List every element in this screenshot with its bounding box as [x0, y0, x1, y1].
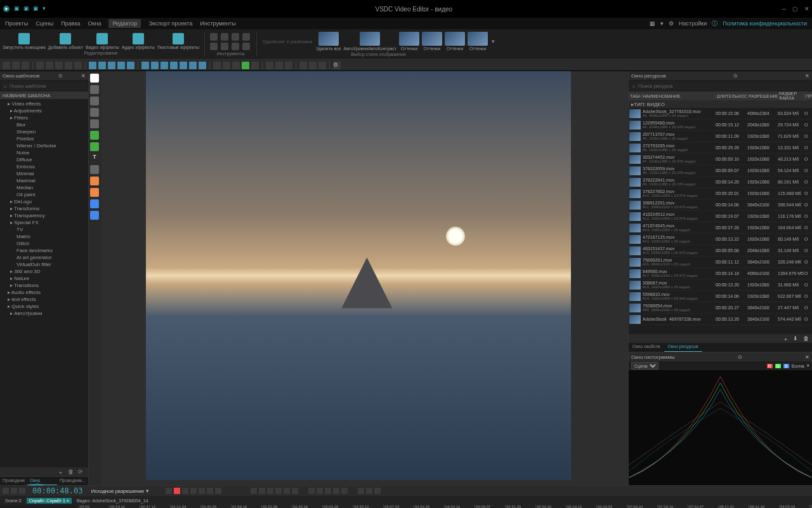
histogram-source-select[interactable]: Сцена [631, 362, 658, 370]
tree-item[interactable]: Pixelize [3, 135, 86, 142]
download-icon[interactable]: ⬇ [793, 335, 799, 342]
tab[interactable]: Проводник [0, 477, 27, 485]
tb-icon[interactable] [251, 62, 259, 69]
ellipse-tool-icon[interactable] [90, 97, 99, 105]
tool-icon[interactable] [242, 33, 250, 41]
hist-g-icon[interactable]: G [775, 364, 781, 368]
preview-canvas[interactable] [102, 71, 628, 485]
resource-row[interactable]: 410224512.mov#12, 1920x1080 x 23.976 кад… [629, 211, 812, 222]
timeline-tab[interactable]: Видео: AdobeStock_379286054_14 [74, 498, 151, 504]
style-button[interactable]: Оттенки [399, 32, 419, 51]
resource-row[interactable]: 472187135.mov#14, 1920x1080 x 25 кадр/с0… [629, 234, 812, 245]
resource-row[interactable]: AdobeStock_327781010.mov#2, 4096x2304 x … [629, 108, 812, 119]
tb-icon[interactable] [3, 62, 10, 69]
ribbon-button[interactable]: Аудио эффекты [122, 33, 155, 50]
tb-icon[interactable] [89, 62, 96, 69]
tree-item[interactable]: Maximal [3, 177, 86, 184]
tree-item[interactable]: ▸ Transparency [3, 212, 86, 219]
tree-item[interactable]: ▸ Filters [3, 114, 86, 121]
audio-tool-icon[interactable] [90, 211, 99, 220]
close-button[interactable]: ✕ [804, 6, 809, 12]
menu-item[interactable]: Экспорт проекта [148, 20, 192, 27]
tree-item[interactable]: ▸ Quick styles [3, 303, 86, 310]
tree-item[interactable]: ▸ Video effects [3, 100, 86, 107]
tb-icon[interactable] [11, 488, 17, 494]
tree-item[interactable]: Wiener / DeNoise [3, 142, 86, 149]
tree-item[interactable]: ▸ DeLogo [3, 198, 86, 205]
tree-item[interactable]: ▸ Audio effects [3, 289, 86, 296]
tree-item[interactable]: ▸ Nature [3, 275, 86, 282]
tb-icon[interactable] [3, 488, 9, 494]
tb-icon[interactable] [19, 488, 25, 494]
privacy-link[interactable]: Политика конфиденциальности [723, 20, 807, 27]
tb-icon[interactable] [151, 62, 159, 69]
tb-icon[interactable] [308, 488, 315, 494]
tb-icon[interactable] [318, 62, 326, 69]
resource-row[interactable]: 75600261.mov#16, 3840x2160 x 25 кадр/с00… [629, 257, 812, 268]
dropdown-icon[interactable]: ▾ [492, 38, 495, 44]
tb-icon[interactable] [284, 488, 290, 494]
tb-icon[interactable] [341, 488, 348, 494]
ribbon-button[interactable]: Видео эффекты [86, 33, 119, 50]
add-icon[interactable]: ＋ [58, 469, 64, 475]
tree-item[interactable]: ▸ Special FX [3, 219, 86, 226]
tb-icon[interactable] [213, 62, 221, 69]
qat-icon[interactable]: ▣ [14, 5, 20, 13]
menu-item[interactable]: Инструменты [200, 20, 235, 27]
tb-icon[interactable] [266, 62, 273, 69]
menu-item-active[interactable]: Редактор [108, 19, 141, 28]
stop-icon[interactable] [182, 488, 188, 494]
tree-item[interactable]: Oil paint [3, 191, 86, 198]
add-icon[interactable]: ＋ [783, 335, 789, 342]
tb-icon[interactable] [74, 62, 82, 69]
tree-item[interactable]: Glitch [3, 240, 86, 247]
tool-icon[interactable] [210, 33, 218, 41]
tb-icon[interactable] [22, 62, 29, 69]
resource-row[interactable]: 849560.mov#17, 4096x2160 x 29.970 кадр/с… [629, 268, 812, 279]
search-input[interactable]: ⌕ Поиск ресурса [630, 81, 811, 90]
resource-row[interactable]: 308687.mov#18, 1920x1080 x 25 кадр/с00:0… [629, 279, 812, 291]
play-start-icon[interactable] [166, 488, 172, 494]
timeline-tab[interactable]: Спрайт: Спрайт 1 × [27, 498, 72, 504]
grid-icon[interactable]: ▦ [650, 20, 655, 27]
refresh-icon[interactable]: ⟳ [78, 469, 84, 475]
close-icon[interactable]: ✕ [81, 73, 86, 79]
counter-tool-icon[interactable] [90, 199, 99, 208]
shape-tool-icon[interactable] [90, 142, 99, 151]
tab[interactable]: Окно свойств [629, 343, 664, 352]
menu-item[interactable]: Окна [88, 20, 102, 27]
tb-icon[interactable] [242, 62, 249, 69]
resource-row[interactable]: 303274452.mov#7, 1920x1080 x 23.976 кадр… [629, 154, 812, 165]
tb-icon[interactable] [223, 62, 230, 69]
timeline-tab[interactable]: Scene 0 [3, 498, 24, 504]
tb-icon[interactable] [267, 488, 273, 494]
tool-icon[interactable] [242, 43, 250, 50]
tb-icon[interactable] [199, 62, 206, 69]
tb-icon[interactable] [141, 62, 149, 69]
close-icon[interactable]: ✕ [805, 354, 809, 360]
tab[interactable]: Окно ресурсов [664, 343, 702, 352]
tab[interactable]: Проводник... [57, 477, 88, 485]
info-icon[interactable]: ⓘ [712, 20, 717, 28]
resource-row[interactable]: 483151437.mov#15, 2048x1080 x 29.970 кад… [629, 245, 812, 257]
tree-item[interactable]: ▸ Adjustments [3, 107, 86, 114]
tree-item[interactable]: Median [3, 184, 86, 191]
resource-row[interactable]: AdobeStock_469787338.mov00:00:13.203840x… [629, 314, 812, 325]
cursor-tool-icon[interactable] [90, 74, 99, 83]
menu-item[interactable]: Правка [61, 20, 80, 27]
ribbon-button[interactable]: Запустить помощник [3, 33, 46, 50]
tb-icon[interactable] [251, 488, 257, 494]
resource-row[interactable]: 471074545.mov#13, 1920x1080 x 25 кадр/с0… [629, 222, 812, 234]
tree-item[interactable]: ▸ Transforms [3, 205, 86, 212]
tool-icon[interactable] [232, 33, 239, 41]
tb-icon[interactable] [36, 62, 44, 69]
tb-icon[interactable] [374, 488, 381, 494]
tool-icon[interactable] [210, 43, 218, 50]
resource-row[interactable]: 378222659.mov#8, 1920x1080 x 23.976 кадр… [629, 165, 812, 177]
ribbon-button[interactable]: Добавить объект [48, 33, 83, 50]
tool-icon[interactable] [221, 43, 228, 50]
tb-icon[interactable] [358, 488, 364, 494]
tree-item[interactable]: TV [3, 226, 86, 233]
resource-row[interactable]: 378222841.mov#9, 1920x1080 x 23.976 кадр… [629, 177, 812, 188]
mute-icon[interactable] [215, 488, 221, 494]
